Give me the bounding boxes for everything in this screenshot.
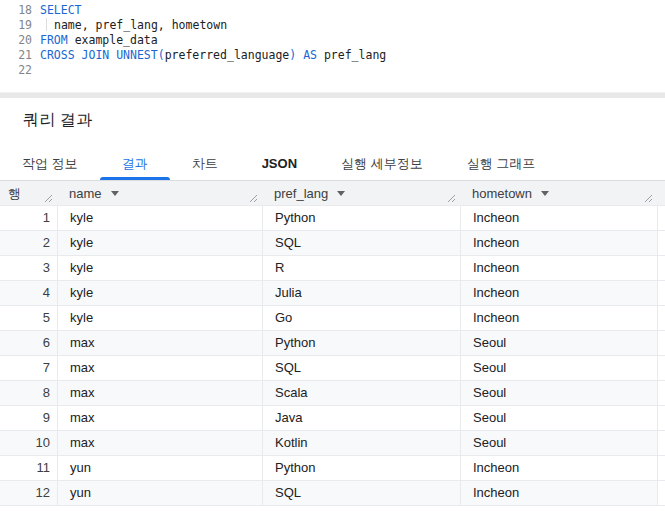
sql-identifier: example_data	[68, 33, 158, 47]
cell-pref-lang: SQL	[262, 231, 460, 255]
cell-hometown: Incheon	[460, 231, 657, 255]
cell-gutter	[657, 481, 665, 505]
line-number: 22	[0, 63, 32, 78]
cell-pref-lang: Java	[262, 406, 460, 430]
cell-pref-lang: SQL	[262, 481, 460, 505]
code-text: FROM example_data	[40, 33, 158, 48]
cell-gutter	[657, 281, 665, 305]
column-menu-arrow-icon[interactable]	[541, 191, 549, 196]
tab-결과[interactable]: 결과	[100, 147, 170, 180]
code-text: SELECT	[40, 3, 82, 18]
line-number: 20	[0, 33, 32, 48]
tab-차트[interactable]: 차트	[170, 147, 240, 180]
cell-hometown: Seoul	[460, 381, 657, 405]
cell-name: kyle	[57, 231, 262, 255]
cell-pref-lang: Python	[262, 206, 460, 230]
results-header: 쿼리 결과	[0, 98, 665, 147]
cell-row-number: 12	[0, 481, 57, 505]
column-header-pref-lang[interactable]: pref_lang	[262, 181, 460, 206]
cell-row-number: 8	[0, 381, 57, 405]
editor-line: 21CROSS JOIN UNNEST(preferred_language) …	[0, 48, 665, 63]
cell-name: max	[57, 431, 262, 455]
column-resize-grip[interactable]	[644, 194, 653, 203]
cell-hometown: Incheon	[460, 456, 657, 480]
cell-hometown: Seoul	[460, 356, 657, 380]
column-resize-grip[interactable]	[44, 194, 53, 203]
table-row: 10maxKotlinSeoul	[0, 431, 665, 456]
cell-pref-lang: Julia	[262, 281, 460, 305]
column-header-row-number[interactable]: 행	[0, 181, 57, 206]
cell-hometown: Incheon	[460, 256, 657, 280]
cell-row-number: 3	[0, 256, 57, 280]
line-number: 18	[0, 3, 32, 18]
cell-name: max	[57, 381, 262, 405]
editor-line: 22	[0, 63, 665, 78]
cell-gutter	[657, 381, 665, 405]
cell-pref-lang: Go	[262, 306, 460, 330]
cell-pref-lang: Python	[262, 331, 460, 355]
table-row: 11yunPythonIncheon	[0, 456, 665, 481]
cell-row-number: 4	[0, 281, 57, 305]
column-label: 행	[8, 185, 21, 203]
cell-hometown: Seoul	[460, 331, 657, 355]
table-row: 2kyleSQLIncheon	[0, 231, 665, 256]
tab-json[interactable]: JSON	[240, 147, 319, 180]
cell-gutter	[657, 431, 665, 455]
results-panel-title: 쿼리 결과	[23, 111, 92, 128]
cell-row-number: 9	[0, 406, 57, 430]
cell-name: kyle	[57, 206, 262, 230]
table-header-gutter	[657, 181, 665, 206]
cell-hometown: Incheon	[460, 306, 657, 330]
sql-identifier: pref_lang	[317, 48, 386, 62]
editor-lines: 18SELECT19name, pref_lang, hometown20FRO…	[0, 3, 665, 78]
cell-row-number: 7	[0, 356, 57, 380]
cell-pref-lang: Scala	[262, 381, 460, 405]
cell-row-number: 6	[0, 331, 57, 355]
cell-name: kyle	[57, 306, 262, 330]
cell-row-number: 11	[0, 456, 57, 480]
sql-keyword: (	[158, 48, 165, 62]
table-row: 9maxJavaSeoul	[0, 406, 665, 431]
column-label: hometown	[472, 186, 532, 201]
results-tab-bar: 작업 정보결과차트JSON실행 세부정보실행 그래프	[0, 147, 665, 181]
sql-keyword: CROSS JOIN UNNEST	[40, 48, 158, 62]
tab-실행-세부정보[interactable]: 실행 세부정보	[319, 147, 445, 180]
tab-작업-정보[interactable]: 작업 정보	[0, 147, 100, 180]
cell-hometown: Incheon	[460, 281, 657, 305]
cell-name: yun	[57, 456, 262, 480]
sql-keyword: SELECT	[40, 3, 82, 17]
column-label: name	[69, 186, 102, 201]
cell-name: max	[57, 331, 262, 355]
sql-editor[interactable]: 18SELECT19name, pref_lang, hometown20FRO…	[0, 0, 665, 92]
cell-name: kyle	[57, 281, 262, 305]
cell-gutter	[657, 231, 665, 255]
cell-row-number: 10	[0, 431, 57, 455]
cell-hometown: Seoul	[460, 431, 657, 455]
editor-line: 18SELECT	[0, 3, 665, 18]
editor-line: 20FROM example_data	[0, 33, 665, 48]
cell-gutter	[657, 456, 665, 480]
column-header-hometown[interactable]: hometown	[460, 181, 657, 206]
column-resize-grip[interactable]	[447, 194, 456, 203]
column-resize-grip[interactable]	[249, 194, 258, 203]
sql-identifier: name, pref_lang, hometown	[54, 18, 227, 32]
column-header-name[interactable]: name	[57, 181, 262, 206]
column-menu-arrow-icon[interactable]	[337, 191, 345, 196]
code-text: CROSS JOIN UNNEST(preferred_language) AS…	[40, 48, 386, 63]
table-row: 1kylePythonIncheon	[0, 206, 665, 231]
cell-name: max	[57, 356, 262, 380]
cell-row-number: 1	[0, 206, 57, 230]
table-row: 6maxPythonSeoul	[0, 331, 665, 356]
table-header-row: 행 name pref_lang hometown	[0, 181, 665, 206]
table-body: 1kylePythonIncheon2kyleSQLIncheon3kyleRI…	[0, 206, 665, 506]
sql-identifier: preferred_language	[165, 48, 290, 62]
cell-name: yun	[57, 481, 262, 505]
table-row: 8maxScalaSeoul	[0, 381, 665, 406]
line-number: 21	[0, 48, 32, 63]
cell-gutter	[657, 406, 665, 430]
table-row: 7maxSQLSeoul	[0, 356, 665, 381]
table-row: 12yunSQLIncheon	[0, 481, 665, 506]
column-menu-arrow-icon[interactable]	[111, 191, 119, 196]
tab-실행-그래프[interactable]: 실행 그래프	[445, 147, 558, 180]
cell-pref-lang: Kotlin	[262, 431, 460, 455]
